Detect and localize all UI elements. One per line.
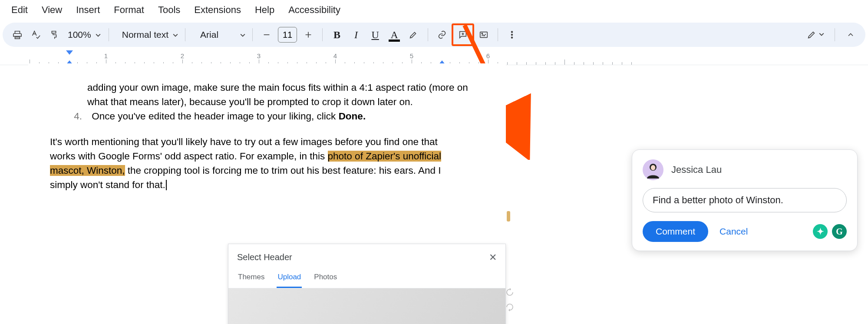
menu-format[interactable]: Format [107,2,151,18]
separator [322,28,323,41]
separator [835,28,835,41]
comment-cancel-button[interactable]: Cancel [717,226,750,237]
text-color-button[interactable]: A [385,26,403,44]
dialog-title: Select Header [237,251,292,264]
body-text: the cropping tool is forcing me to trim … [125,165,441,176]
print-icon[interactable] [9,26,26,43]
body-text: simply won't stand for that. [50,179,165,190]
paragraph-style-dropdown[interactable]: Normal text [114,30,180,40]
ruler-number: 1 [104,52,108,60]
add-comment-icon[interactable] [454,26,472,43]
page-margin-handle[interactable] [507,211,510,222]
body-text-bold: Done. [339,111,366,122]
highlight-button[interactable] [404,26,422,44]
tab-upload[interactable]: Upload [277,268,302,288]
ruler-number: 5 [410,52,413,60]
highlighted-text: photo of Zapier's unofficial [328,151,442,162]
font-size-input[interactable] [278,27,297,43]
dialog-body [228,288,505,324]
horizontal-ruler[interactable]: 123456 [0,50,868,65]
italic-button[interactable]: I [347,26,365,44]
document-page: adding your own image, make sure the mai… [28,63,506,210]
decrease-font-icon[interactable] [258,26,275,43]
svg-rect-0 [480,32,488,38]
body-text: works with Google Forms' odd aspect rati… [50,151,328,162]
ruler-number: 2 [181,52,184,60]
list-item: 4. Once you've edited the header image t… [67,109,480,123]
toolbar: 100% Normal text Arial B I U A [3,23,865,47]
svg-point-2 [512,31,513,33]
select-header-dialog: Select Header ✕ Themes Upload Photos [228,244,506,324]
body-text: It's worth mentioning that you'll likely… [50,135,480,149]
caret-down-icon [173,30,178,40]
avatar [643,159,663,180]
menu-insert[interactable]: Insert [69,2,107,18]
tab-themes[interactable]: Themes [237,268,265,288]
paragraph-style-label: Normal text [122,30,168,40]
tab-photos[interactable]: Photos [313,268,338,288]
menu-help[interactable]: Help [248,2,281,18]
separator [185,28,185,41]
insert-link-icon[interactable] [433,26,451,43]
menu-bar: Edit View Insert Format Tools Extensions… [0,0,868,23]
caret-down-icon [819,31,824,39]
text-cursor [166,180,167,190]
font-family-label: Arial [200,30,218,40]
rotate-icon [505,303,514,311]
menu-edit[interactable]: Edit [4,2,35,18]
editing-mode-dropdown[interactable] [803,30,828,40]
body-text: mascot, Winston, the cropping tool is fo… [50,164,480,177]
font-family-dropdown[interactable]: Arial [191,30,247,40]
caret-down-icon [240,30,245,40]
ruler-number: 4 [333,52,337,60]
ruler-number: 6 [486,52,490,60]
paint-format-icon[interactable] [45,26,63,43]
comment-input[interactable] [643,188,847,212]
caret-down-icon [96,30,101,40]
separator [109,28,109,41]
zoom-dropdown[interactable]: 100% [63,30,103,40]
spellcheck-icon[interactable] [27,26,44,43]
grammarly-icon[interactable]: G [832,224,847,239]
close-icon[interactable]: ✕ [489,251,497,264]
svg-point-3 [512,34,513,36]
underline-button[interactable]: U [366,26,384,44]
zoom-value: 100% [68,30,91,40]
comment-submit-button[interactable]: Comment [643,221,708,242]
body-text: simply won't stand for that. [50,178,480,192]
font-size-control [258,26,317,43]
separator [252,28,253,41]
menu-tools[interactable]: Tools [151,2,187,18]
increase-font-icon[interactable] [300,26,317,43]
body-text: Once you've edited the header image to y… [92,111,338,122]
separator [428,28,428,41]
comment-popup: Jessica Lau Comment Cancel ✦ G [632,149,858,251]
body-text: adding your own image, make sure the mai… [67,81,480,94]
crop-handles [505,288,514,311]
comment-author: Jessica Lau [671,164,722,175]
rotate-icon [505,288,514,297]
ruler-number: 3 [257,52,261,60]
svg-point-1 [482,33,482,34]
more-icon[interactable] [503,26,521,43]
body-text: what that means later), because you'll b… [67,95,480,109]
body-text: works with Google Forms' odd aspect rati… [50,149,480,163]
insert-image-icon[interactable] [475,26,492,43]
grammarly-badge-icon[interactable]: ✦ [813,224,828,239]
separator [498,28,498,41]
collapse-toolbar-icon[interactable] [842,26,859,43]
svg-point-4 [512,37,513,38]
menu-accessibility[interactable]: Accessibility [281,2,347,18]
highlighted-text: mascot, Winston, [50,165,125,176]
list-number: 4. [67,109,82,123]
bold-button[interactable]: B [328,26,346,44]
svg-point-6 [651,165,655,170]
menu-extensions[interactable]: Extensions [187,2,248,18]
menu-view[interactable]: View [35,2,69,18]
annotation-highlight-box [452,23,474,46]
